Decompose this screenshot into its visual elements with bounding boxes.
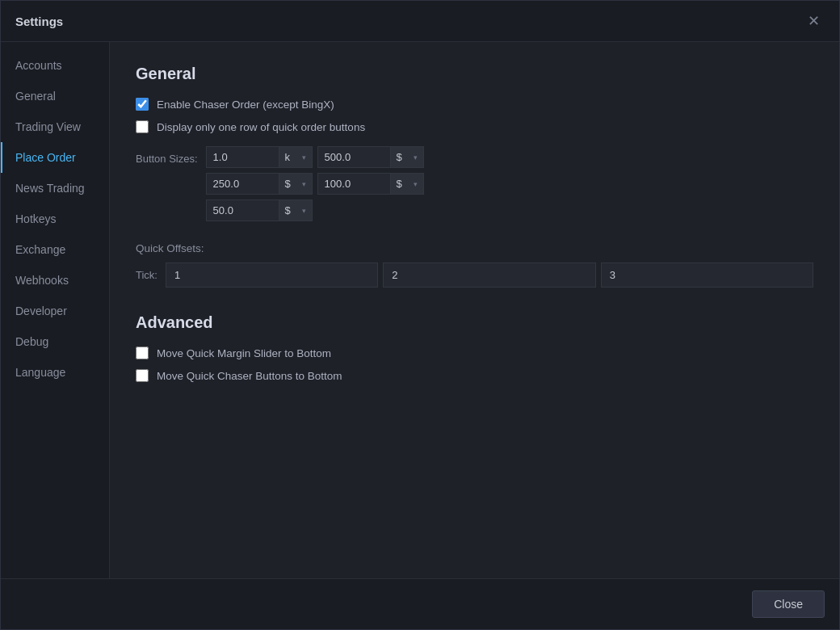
sidebar-item-news-trading[interactable]: News Trading [1, 173, 109, 204]
tick-input-1[interactable] [383, 262, 595, 288]
move-margin-slider-row: Move Quick Margin Slider to Bottom [136, 346, 813, 359]
unit-select-0[interactable]: k ▾ [279, 146, 313, 168]
sidebar-item-label: Language [15, 366, 65, 379]
sidebar-item-webhooks[interactable]: Webhooks [1, 265, 109, 296]
settings-modal: Settings ✕ Accounts General Trading View… [0, 0, 840, 630]
sidebar-item-accounts[interactable]: Accounts [1, 50, 109, 81]
size-input-group-1: $ ▾ [317, 146, 424, 168]
unit-select-4[interactable]: $ ▾ [279, 200, 313, 221]
move-margin-slider-checkbox[interactable] [136, 346, 149, 359]
close-icon: ✕ [808, 13, 820, 29]
sidebar: Accounts General Trading View Place Orde… [1, 42, 110, 578]
main-content: General Enable Chaser Order (except Bing… [110, 42, 839, 578]
move-chaser-buttons-label: Move Quick Chaser Buttons to Bottom [157, 370, 342, 382]
tick-input-2[interactable] [601, 262, 813, 288]
sidebar-item-debug[interactable]: Debug [1, 326, 109, 357]
sidebar-item-label: Exchange [15, 243, 65, 256]
sidebar-item-label: News Trading [15, 182, 85, 195]
enable-chaser-checkbox[interactable] [136, 98, 149, 111]
size-input-0[interactable] [206, 146, 279, 168]
sidebar-item-general[interactable]: General [1, 81, 109, 111]
general-section-title: General [136, 65, 813, 83]
sidebar-item-label: Developer [15, 304, 67, 317]
unit-select-3[interactable]: $ ▾ [390, 173, 424, 195]
modal-header: Settings ✕ [1, 1, 839, 42]
size-input-3[interactable] [317, 173, 390, 195]
enable-chaser-label: Enable Chaser Order (except BingX) [157, 99, 334, 111]
modal-footer: Close [1, 578, 839, 629]
general-section: General Enable Chaser Order (except Bing… [136, 65, 813, 221]
size-input-group-4: $ ▾ [206, 200, 313, 221]
unit-label-1: $ [397, 151, 402, 163]
size-input-group-0: k ▾ [206, 146, 313, 168]
sidebar-item-label: Accounts [15, 59, 62, 72]
unit-select-2[interactable]: $ ▾ [279, 173, 313, 195]
size-input-4[interactable] [206, 200, 279, 221]
sidebar-item-label: Trading View [15, 120, 81, 133]
unit-label-4: $ [285, 204, 291, 216]
chevron-down-icon: ▾ [302, 153, 306, 162]
sidebar-item-label: Webhooks [15, 274, 69, 287]
modal-body: Accounts General Trading View Place Orde… [1, 42, 839, 578]
sidebar-item-label: Place Order [15, 151, 76, 164]
chevron-down-icon: ▾ [414, 180, 418, 188]
chevron-down-icon: ▾ [414, 153, 418, 162]
unit-label-3: $ [397, 178, 402, 190]
move-margin-slider-label: Move Quick Margin Slider to Bottom [157, 347, 331, 359]
tick-row: Tick: [136, 262, 813, 288]
advanced-section-title: Advanced [136, 313, 813, 332]
sidebar-item-label: Hotkeys [15, 212, 57, 225]
size-input-2[interactable] [206, 173, 279, 195]
unit-select-1[interactable]: $ ▾ [390, 146, 424, 168]
header-close-button[interactable]: ✕ [803, 12, 825, 30]
sidebar-item-label: Debug [15, 335, 48, 348]
close-footer-button[interactable]: Close [752, 590, 825, 618]
sidebar-item-trading-view[interactable]: Trading View [1, 111, 109, 142]
advanced-section: Advanced Move Quick Margin Slider to Bot… [136, 313, 813, 382]
move-chaser-buttons-row: Move Quick Chaser Buttons to Bottom [136, 369, 813, 382]
chevron-down-icon: ▾ [302, 207, 306, 215]
sidebar-item-label: General [15, 90, 56, 103]
button-sizes-row: Button Sizes: k ▾ [136, 146, 813, 221]
quick-offsets-title: Quick Offsets: [136, 242, 805, 254]
button-sizes-label: Button Sizes: [136, 146, 198, 165]
unit-label-0: k [285, 151, 291, 163]
display-one-row-checkbox[interactable] [136, 120, 149, 133]
unit-label-2: $ [285, 178, 291, 190]
size-input-1[interactable] [317, 146, 390, 168]
sidebar-item-language[interactable]: Language [1, 357, 109, 388]
move-chaser-buttons-checkbox[interactable] [136, 369, 149, 382]
modal-title: Settings [15, 15, 63, 28]
tick-input-0[interactable] [166, 262, 378, 288]
display-one-row-label: Display only one row of quick order butt… [157, 121, 365, 133]
sidebar-item-place-order[interactable]: Place Order [1, 142, 109, 173]
sidebar-item-exchange[interactable]: Exchange [1, 234, 109, 265]
enable-chaser-row: Enable Chaser Order (except BingX) [136, 98, 813, 111]
quick-offsets-section: Quick Offsets: Tick: [136, 242, 813, 288]
tick-inputs [166, 262, 813, 288]
chevron-down-icon: ▾ [302, 180, 306, 188]
tick-label: Tick: [136, 269, 158, 281]
size-input-group-2: $ ▾ [206, 173, 313, 195]
display-one-row-row: Display only one row of quick order butt… [136, 120, 813, 133]
sidebar-item-hotkeys[interactable]: Hotkeys [1, 204, 109, 234]
sidebar-item-developer[interactable]: Developer [1, 296, 109, 326]
sizes-grid: k ▾ $ ▾ [206, 146, 424, 221]
size-input-group-3: $ ▾ [317, 173, 424, 195]
